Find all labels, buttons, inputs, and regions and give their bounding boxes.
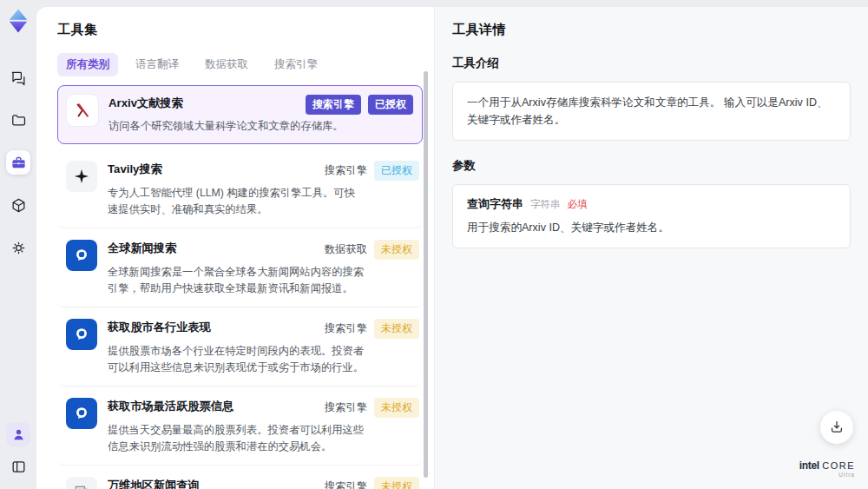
newspaper-icon — [66, 477, 97, 489]
tool-status-badge: 未授权 — [374, 477, 419, 489]
intro-text: 一个用于从Arxiv存储库搜索科学论文和文章的工具。 输入可以是Arxiv ID… — [467, 94, 836, 129]
tool-card-stock-sectors[interactable]: 获取股市各行业表现 搜索引擎 未授权 提供股票市场各个行业在特定时间段内的表现。… — [57, 307, 423, 387]
stock-logo-icon — [66, 319, 97, 350]
brand-sub-text: Ultra — [799, 472, 855, 478]
tool-card-regional-news[interactable]: 万维地区新闻查询 搜索引擎 未授权 查询具体行政区划内的新闻，快速了解各地新闻动 — [57, 466, 423, 489]
tool-description: 访问各个研究领域大量科学论文和文章的存储库。 — [108, 118, 395, 135]
tool-description: 提供当天交易量最高的股票列表。投资者可以利用这些信息来识别流动性强的股票和潜在的… — [108, 422, 365, 455]
param-type: 字符串 — [530, 198, 561, 211]
tool-name: 全球新闻搜索 — [108, 240, 176, 256]
sidebar-item-chat[interactable] — [6, 65, 30, 89]
tool-card-tavily[interactable]: Tavily搜索 搜索引擎 已授权 专为人工智能代理 (LLM) 构建的搜索引擎… — [57, 149, 423, 228]
tool-name: Arxiv文献搜索 — [108, 95, 183, 111]
sidebar-item-panel-toggle[interactable] — [6, 454, 30, 479]
tab-all-categories[interactable]: 所有类别 — [57, 53, 118, 76]
sidebar-item-profile[interactable] — [6, 422, 30, 446]
tool-description: 全球新闻搜索是一个聚合全球各大新闻网站内容的搜索引擎，帮助用户快速获取全球最新资… — [108, 264, 365, 297]
intel-core-badge: intel CORE Ultra — [799, 460, 855, 478]
tool-category-tag: 搜索引擎 — [325, 400, 367, 415]
profile-icon — [10, 426, 27, 443]
brand-intel-text: intel — [799, 459, 819, 472]
download-icon — [829, 420, 845, 435]
package-icon — [10, 197, 27, 214]
page-title: 工具集 — [57, 22, 434, 38]
tab-language-translation[interactable]: 语言翻译 — [127, 53, 187, 76]
tavily-star-icon — [66, 161, 97, 192]
tab-search-engine[interactable]: 搜索引擎 — [266, 53, 326, 76]
main-panel: 工具集 所有类别 语言翻译 数据获取 搜索引擎 — [36, 7, 868, 489]
stock-logo-icon — [66, 398, 97, 429]
tool-detail-panel: 工具详情 工具介绍 一个用于从Arxiv存储库搜索科学论文和文章的工具。 输入可… — [434, 7, 868, 489]
detail-title: 工具详情 — [452, 22, 851, 38]
list-scrollbar[interactable] — [424, 71, 428, 478]
tool-name: 万维地区新闻查询 — [108, 477, 200, 489]
sidebar-item-settings[interactable] — [6, 235, 30, 260]
panel-toggle-icon — [10, 459, 27, 475]
tool-status-badge: 未授权 — [374, 319, 419, 339]
tool-status-badge: 已授权 — [368, 95, 413, 115]
tool-category-tag: 搜索引擎 — [325, 321, 367, 336]
tool-card-global-news[interactable]: 全球新闻搜索 数据获取 未授权 全球新闻搜索是一个聚合全球各大新闻网站内容的搜索… — [57, 228, 423, 307]
tab-data-acquisition[interactable]: 数据获取 — [196, 53, 257, 76]
app-root: 工具集 所有类别 语言翻译 数据获取 搜索引擎 — [0, 0, 868, 489]
tool-name: 获取股市各行业表现 — [108, 319, 211, 335]
category-tabs: 所有类别 语言翻译 数据获取 搜索引擎 — [57, 53, 434, 76]
tool-category-tag: 搜索引擎 — [325, 479, 367, 489]
tool-description: 专为人工智能代理 (LLM) 构建的搜索引擎工具。可快速提供实时、准确和真实的结… — [108, 185, 365, 218]
tool-name: 获取市场最活跃股票信息 — [108, 398, 233, 414]
download-button[interactable] — [820, 411, 853, 444]
tool-card-active-stocks[interactable]: 获取市场最活跃股票信息 搜索引擎 未授权 提供当天交易量最高的股票列表。投资者可… — [57, 387, 423, 466]
params-heading: 参数 — [452, 158, 851, 174]
sidebar-item-tools[interactable] — [6, 150, 30, 175]
arxiv-logo-icon — [67, 95, 98, 126]
tool-list: Arxiv文献搜索 搜索引擎 已授权 访问各个研究领域大量科学论文和文章的存储库… — [57, 85, 423, 489]
app-logo-icon[interactable] — [5, 8, 31, 34]
settings-gear-icon — [10, 240, 27, 256]
brand-core-text: CORE — [822, 460, 855, 471]
tool-card-arxiv[interactable]: Arxiv文献搜索 搜索引擎 已授权 访问各个研究领域大量科学论文和文章的存储库… — [57, 85, 423, 144]
tool-description: 提供股票市场各个行业在特定时间段内的表现。投资者可以利用这些信息来识别表现优于或… — [108, 343, 365, 376]
parameter-card: 查询字符串 字符串 必填 用于搜索的Arxiv ID、关键字或作者姓名。 — [452, 184, 851, 248]
global-news-logo-icon — [66, 240, 97, 271]
param-name: 查询字符串 — [467, 196, 523, 212]
param-required-badge: 必填 — [568, 198, 588, 211]
folder-icon — [10, 112, 27, 129]
tool-status-badge: 已授权 — [374, 161, 419, 181]
tool-status-badge: 未授权 — [374, 398, 419, 418]
chat-icon — [10, 69, 27, 86]
sidebar-item-files[interactable] — [6, 108, 30, 132]
intro-heading: 工具介绍 — [452, 56, 851, 71]
param-description: 用于搜索的Arxiv ID、关键字或作者姓名。 — [467, 220, 836, 236]
tool-category-tag: 搜索引擎 — [306, 95, 361, 115]
tools-list-panel: 工具集 所有类别 语言翻译 数据获取 搜索引擎 — [36, 7, 434, 489]
tool-category-tag: 数据获取 — [325, 242, 367, 257]
sidebar-item-packages[interactable] — [6, 193, 30, 217]
intro-box: 一个用于从Arxiv存储库搜索科学论文和文章的工具。 输入可以是Arxiv ID… — [452, 82, 851, 141]
tool-category-tag: 搜索引擎 — [325, 163, 367, 178]
tool-name: Tavily搜索 — [108, 161, 162, 177]
tool-status-badge: 未授权 — [374, 240, 419, 260]
toolbox-icon — [10, 155, 27, 171]
sidebar — [0, 0, 36, 489]
